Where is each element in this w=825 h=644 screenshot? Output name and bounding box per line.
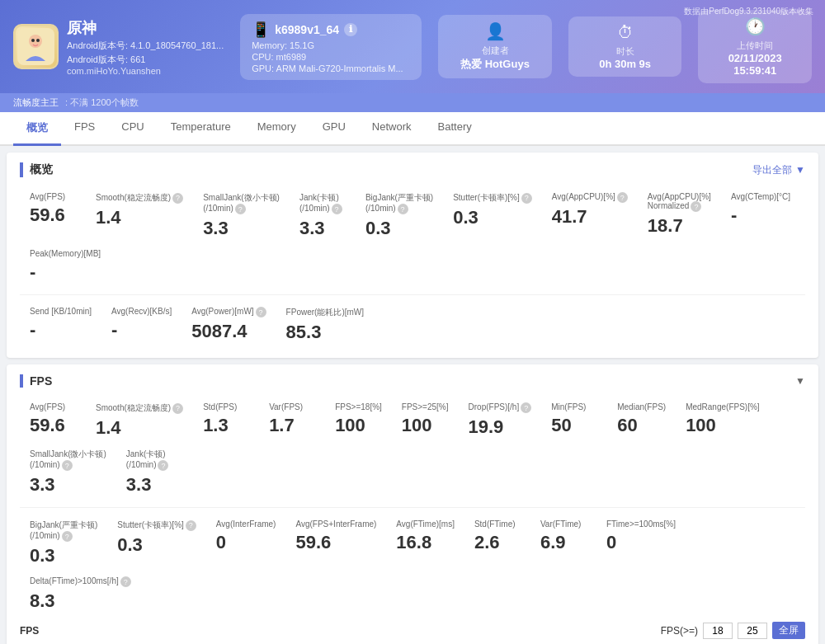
info-icon-fps3[interactable]: ? [62,460,73,471]
info-icon-3[interactable]: ? [332,204,342,214]
info-icon-fps6[interactable]: ? [186,520,196,531]
stat-recv: Avg(Recv)[KB/s] - [101,302,182,348]
stat-avg-app-cpu: Avg(AppCPU)[%]? 41.7 [542,187,638,244]
fps-header: FPS ▼ [20,374,805,388]
info-icon-4[interactable]: ? [398,204,408,214]
info-icon[interactable]: ? [172,193,183,204]
duration-card: ⏱ 时长 0h 30m 9s [568,16,682,77]
fps-chart-controls: FPS FPS(>=) 全屏 [20,617,805,644]
stat-avg-ctemp: Avg(CTemp)[°C] - [721,187,800,244]
fps-section: FPS ▼ Avg(FPS) 59.6 Smooth(稳定流畅度)? 1.4 S… [7,364,818,644]
info-icon-7[interactable]: ? [691,201,701,212]
tab-gpu[interactable]: GPU [309,112,359,146]
fps-stats-row1: Avg(FPS) 59.6 Smooth(稳定流畅度)? 1.4 Std(FPS… [20,397,805,501]
fps-threshold1-input[interactable] [703,623,733,639]
fps-var: Var(FPS) 1.7 [259,397,325,444]
svg-point-2 [31,39,35,42]
tab-cpu[interactable]: CPU [108,112,157,146]
stat-send: Send [KB/10min] - [20,302,101,348]
device-cpu: CPU: mt6989 [252,52,410,62]
tab-fps[interactable]: FPS [61,112,108,146]
fps-stutter: Stutter(卡顿率)[%]? 0.3 [107,515,206,571]
info-icon-5[interactable]: ? [521,193,532,204]
tab-temperature[interactable]: Temperature [158,112,244,146]
fps-min: Min(FPS) 50 [541,397,607,444]
stat-avg-fps: Avg(FPS) 59.6 [20,187,86,244]
fps-collapse-btn[interactable]: ▼ [795,375,805,387]
fps-smooth: Smooth(稳定流畅度)? 1.4 [86,397,193,444]
upload-time-card: 🕐 上传时间 02/11/2023 15:59:41 [698,10,812,83]
device-name: 📱 k6989v1_64 ℹ [252,21,410,39]
info-icon-fps1[interactable]: ? [172,403,183,414]
fps-var-ftime: Var(FTime) 6.9 [530,515,596,571]
stat-smooth: Smooth(稳定流畅度)? 1.4 [86,187,193,244]
info-icon-fps7[interactable]: ? [120,576,131,587]
fps-jank: Jank(卡顿)(/10min)? 3.3 [116,444,182,501]
fps-std: Std(FPS) 1.3 [193,397,259,444]
fps-gte18: FPS>=18[%] 100 [325,397,392,444]
header: 数据由PerfDog9.3.231040版本收集 原 [0,0,825,112]
fps-fullscreen-button[interactable]: 全屏 [772,622,805,639]
fps-stats-row2: BigJank(严重卡顿)(/10min)? 0.3 Stutter(卡顿率)[… [20,515,805,617]
fps-drop: Drop(FPS)[/h]? 19.9 [459,397,542,444]
upload-label: 上传时间 [737,40,773,52]
top-right-notice: 数据由PerfDog9.3.231040版本收集 [684,5,813,17]
app-name: 原神 [67,18,224,38]
info-icon-6[interactable]: ? [617,192,628,203]
info-icon-8[interactable]: ? [256,307,266,317]
tab-overview[interactable]: 概览 [13,112,61,146]
fps-avg-fps-inter: Avg(FPS+InterFrame) 59.6 [285,515,386,571]
stat-fpower: FPower(能耗比)[mW] 85.3 [276,302,374,348]
fps-threshold-controls: FPS(>=) 全屏 [661,622,805,639]
export-all-button[interactable]: 导出全部 ▼ [752,163,805,177]
device-info-card: 📱 k6989v1_64 ℹ Memory: 15.1G CPU: mt6989… [240,14,422,80]
fps-gte25: FPS>=25[%] 100 [392,397,459,444]
app-icon [13,24,59,69]
creator-icon: 👤 [485,21,506,41]
duration-label: 时长 [616,45,634,58]
dropdown-icon: ▼ [795,164,805,176]
creator-label: 创建者 [482,45,509,57]
fps-median: Median(FPS) 60 [607,397,676,444]
fps-title: FPS [30,374,52,388]
fps-big-jank: BigJank(严重卡顿)(/10min)? 0.3 [20,515,107,571]
fps-gte-label: FPS(>=) [661,625,698,637]
upload-value: 02/11/2023 15:59:41 [711,52,799,77]
tab-network[interactable]: Network [359,112,425,146]
overview-section: 概览 导出全部 ▼ Avg(FPS) 59.6 Smooth(稳定流畅度)? 1… [7,153,818,358]
stat-avg-power: Avg(Power)[mW]? 5087.4 [182,302,276,348]
app-info: 原神 Android版本号: 4.1.0_18054760_181... And… [67,18,224,76]
info-icon-fps4[interactable]: ? [158,460,168,471]
tab-memory[interactable]: Memory [244,112,309,146]
creator-value: 热爱 HotGuys [460,57,530,72]
info-icon-2[interactable]: ? [235,204,246,214]
fps-avg-inter-frame: Avg(InterFrame) 0 [206,515,286,571]
stat-small-jank: SmallJank(微小卡顿)(/10min)? 3.3 [193,187,290,244]
stat-big-jank: BigJank(严重卡顿)(/10min)? 0.3 [356,187,443,244]
stat-avg-cpu-normalized: Avg(AppCPU)[%]Normalized? 18.7 [638,187,721,244]
fps-med-range: MedRange(FPS)[%] 100 [676,397,769,444]
app-build: Android版本号: 661 [67,54,224,66]
stat-jank: Jank(卡顿)(/10min)? 3.3 [290,187,356,244]
fps-std-ftime: Std(FTime) 2.6 [464,515,530,571]
info-icon-fps5[interactable]: ? [62,531,73,542]
device-gpu: GPU: ARM Mali-G720-Immortalis M... [252,63,410,73]
creator-card: 👤 创建者 热爱 HotGuys [438,15,552,78]
fps-small-jank: SmallJank(微小卡顿)(/10min)? 3.3 [20,444,116,501]
tab-battery[interactable]: Battery [425,112,485,146]
duration-value: 0h 30m 9s [599,58,651,70]
fps-threshold2-input[interactable] [738,623,767,639]
info-icon-fps2[interactable]: ? [521,402,531,413]
fps-avg-ftime: Avg(FTime)[ms] 16.8 [386,515,464,571]
sub-header: 流畅度主王 : 不满 1200个帧数 [0,93,825,112]
overview-stats-row2: Send [KB/10min] - Avg(Recv)[KB/s] - Avg(… [20,302,805,348]
overview-stats-row1: Avg(FPS) 59.6 Smooth(稳定流畅度)? 1.4 SmallJa… [20,187,805,288]
fps-delta-ftime: Delta(FTime)>100ms[/h]? 8.3 [20,571,141,617]
stat-stutter: Stutter(卡顿率)[%]? 0.3 [443,187,542,244]
duration-icon: ⏱ [617,23,634,42]
overview-header: 概览 导出全部 ▼ [20,162,805,177]
upload-icon: 🕐 [745,16,766,36]
app-package: com.miHoYo.Yuanshen [67,66,224,76]
device-memory: Memory: 15.1G [252,40,410,50]
fps-chart-label: FPS [20,625,39,637]
